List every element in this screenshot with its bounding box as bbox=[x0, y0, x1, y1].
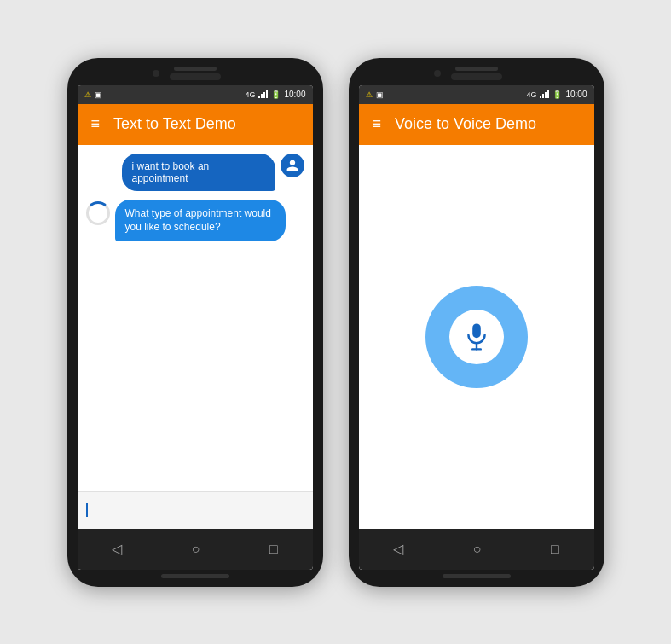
user-bubble: i want to book an appointment bbox=[122, 154, 275, 191]
network-label-1: 4G bbox=[245, 90, 255, 99]
toolbar-title-2: Voice to Voice Demo bbox=[395, 115, 536, 133]
person-icon bbox=[286, 159, 299, 172]
screen-text-to-text: ⚠ ▣ 4G 🔋 10:00 ≡ Text to Text Demo bbox=[78, 85, 313, 570]
warning-icon: ⚠ bbox=[84, 90, 91, 99]
text-cursor bbox=[86, 503, 88, 517]
battery-icon-2: 🔋 bbox=[552, 90, 562, 99]
speaker-top bbox=[174, 67, 217, 71]
phone-text-to-text: ⚠ ▣ 4G 🔋 10:00 ≡ Text to Text Demo bbox=[67, 58, 323, 587]
status-bar-2: ⚠ ▣ 4G 🔋 10:00 bbox=[359, 85, 594, 104]
status-left-1: ⚠ ▣ bbox=[84, 90, 102, 99]
signal-bars-2 bbox=[540, 90, 549, 98]
signal-bars-1 bbox=[258, 90, 268, 98]
mic-outer-button[interactable] bbox=[425, 286, 528, 388]
bar2 bbox=[261, 94, 263, 98]
battery-icon-1: 🔋 bbox=[271, 90, 281, 99]
bar2-2 bbox=[542, 94, 544, 98]
bot-message-row: What type of appointment would you like … bbox=[86, 200, 304, 242]
input-bar[interactable] bbox=[78, 491, 313, 529]
nav-bar-1: ◁ ○ □ bbox=[78, 529, 313, 570]
status-time-1: 10:00 bbox=[284, 90, 305, 99]
sim-icon: ▣ bbox=[95, 90, 102, 99]
microphone-icon bbox=[464, 322, 489, 352]
bar1-2 bbox=[540, 96, 541, 98]
bar3 bbox=[263, 92, 265, 98]
user-message-row: i want to book an appointment bbox=[86, 154, 304, 191]
bar3-2 bbox=[545, 92, 547, 98]
phone-voice-to-voice: ⚠ ▣ 4G 🔋 10:00 ≡ Voice to Voice Demo bbox=[349, 58, 604, 587]
hamburger-icon-1[interactable]: ≡ bbox=[91, 115, 101, 133]
speaker-top-2 bbox=[455, 67, 498, 71]
recent-button-2[interactable]: □ bbox=[551, 542, 559, 557]
camera-dot-2 bbox=[434, 70, 441, 77]
home-button-2[interactable]: ○ bbox=[473, 542, 482, 557]
svg-rect-0 bbox=[472, 323, 481, 338]
screen-voice-to-voice: ⚠ ▣ 4G 🔋 10:00 ≡ Voice to Voice Demo bbox=[359, 85, 594, 570]
status-left-2: ⚠ ▣ bbox=[366, 90, 384, 99]
speaker-bottom-2 bbox=[443, 574, 511, 578]
network-label-2: 4G bbox=[526, 90, 536, 99]
hamburger-icon-2[interactable]: ≡ bbox=[373, 115, 382, 133]
chat-area: i want to book an appointment What type … bbox=[78, 145, 313, 491]
back-button-2[interactable]: ◁ bbox=[393, 541, 403, 557]
bar4 bbox=[266, 90, 268, 98]
speaker-bottom-1 bbox=[161, 574, 229, 578]
status-time-2: 10:00 bbox=[565, 90, 587, 99]
status-right-1: 4G 🔋 10:00 bbox=[245, 90, 305, 99]
status-right-2: 4G 🔋 10:00 bbox=[526, 90, 587, 99]
toolbar-1: ≡ Text to Text Demo bbox=[78, 104, 313, 145]
user-avatar bbox=[281, 154, 304, 177]
toolbar-title-1: Text to Text Demo bbox=[113, 115, 236, 133]
bar1 bbox=[258, 96, 260, 98]
camera-dot bbox=[153, 70, 159, 77]
toolbar-2: ≡ Voice to Voice Demo bbox=[359, 104, 594, 145]
warning-icon-2: ⚠ bbox=[366, 90, 373, 99]
recent-button-1[interactable]: □ bbox=[269, 542, 278, 557]
bot-bubble: What type of appointment would you like … bbox=[115, 200, 286, 242]
nav-bar-2: ◁ ○ □ bbox=[359, 529, 594, 570]
sim-icon-2: ▣ bbox=[376, 90, 384, 99]
mic-inner bbox=[449, 310, 504, 364]
back-button-1[interactable]: ◁ bbox=[112, 541, 122, 557]
bar4-2 bbox=[547, 90, 549, 98]
voice-area bbox=[359, 145, 594, 529]
status-bar-1: ⚠ ▣ 4G 🔋 10:00 bbox=[78, 85, 313, 104]
home-button-1[interactable]: ○ bbox=[192, 542, 200, 557]
bot-spinner bbox=[86, 201, 110, 225]
